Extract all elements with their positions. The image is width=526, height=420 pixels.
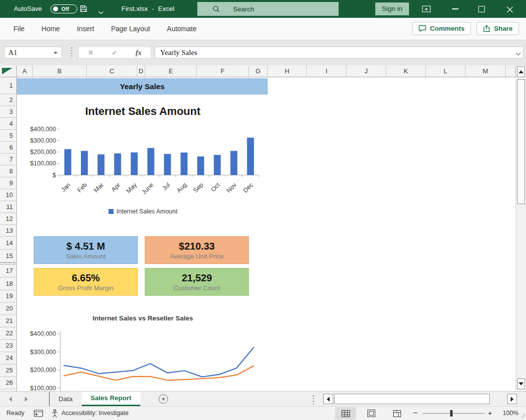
autosave-toggle[interactable]: Off [51, 4, 77, 13]
row-header-26[interactable]: 26 [0, 377, 17, 389]
row-header-8[interactable]: 8 [0, 165, 17, 177]
add-sheet-button[interactable]: + [159, 394, 168, 404]
column-header-g[interactable]: G [249, 65, 268, 77]
resize-grip[interactable] [521, 413, 526, 420]
scroll-up-button[interactable] [517, 66, 525, 77]
row-header-23[interactable]: 23 [0, 340, 17, 352]
row-header-17[interactable]: 17 [0, 264, 17, 277]
search-box[interactable]: Search [197, 2, 339, 16]
column-header-a[interactable]: A [17, 65, 33, 77]
zoom-in-button[interactable]: + [488, 409, 492, 417]
ribbon-tab-page-layout[interactable]: Page Layout [103, 18, 159, 40]
ribbon-display-options-icon[interactable] [422, 5, 431, 15]
formula-bar-resize-handle[interactable] [71, 47, 72, 56]
formula-buttons: ✕ ✓ fx [78, 47, 151, 58]
column-header-f[interactable]: F [197, 65, 249, 77]
row-header-24[interactable]: 24 [0, 352, 17, 365]
select-all-button[interactable] [0, 65, 17, 77]
bar-chart[interactable]: Internet Sales Amount$$100,000$200,000$3… [18, 97, 268, 226]
merged-cell-banner[interactable]: Yearly Sales [17, 78, 268, 95]
row-header-15[interactable]: 15 [0, 250, 17, 262]
row-header-22[interactable]: 22 [0, 327, 17, 340]
next-sheet-button[interactable] [25, 397, 28, 402]
column-header-b[interactable]: B [33, 65, 87, 77]
maximize-button[interactable] [478, 6, 485, 12]
row-header-11[interactable]: 11 [0, 201, 17, 213]
row-header-9[interactable]: 9 [0, 177, 17, 189]
row-header-10[interactable]: 10 [0, 189, 17, 201]
row-header-1[interactable]: 1 [0, 77, 17, 94]
ribbon-tab-file[interactable]: File [5, 18, 33, 40]
page-break-preview-button[interactable] [387, 407, 408, 420]
row-header-2[interactable]: 2 [0, 94, 17, 106]
row-header-3[interactable]: 3 [0, 106, 17, 118]
minimize-button[interactable] [452, 8, 459, 9]
cancel-button[interactable]: ✕ [88, 49, 94, 56]
zoom-slider-thumb[interactable] [450, 410, 453, 417]
enter-button[interactable]: ✓ [112, 49, 117, 56]
normal-view-button[interactable] [335, 407, 356, 420]
sheet-tab-data[interactable]: Data [50, 392, 82, 406]
column-header-m[interactable]: M [466, 65, 506, 77]
column-header-h[interactable]: H [268, 65, 307, 77]
scrollbar-resize-handle[interactable] [313, 395, 314, 405]
scroll-left-button[interactable] [323, 394, 333, 404]
row-header-6[interactable]: 6 [0, 142, 17, 154]
scroll-down-button[interactable] [517, 378, 525, 389]
kpi-card-sales-amount[interactable]: $ 4.51 MSales Amount [34, 236, 138, 264]
insert-function-button[interactable]: fx [135, 49, 141, 57]
vertical-scrollbar[interactable] [516, 65, 526, 391]
line-chart[interactable]: $100,000$200,000$300,000$400,000 [18, 324, 268, 391]
ribbon-tab-automate[interactable]: Automate [159, 18, 205, 40]
formula-bar-row: A1 ✕ ✓ fx Yearly Sales [0, 40, 526, 65]
kpi-card-average-unit-price[interactable]: $210.33Average Unit Price [145, 236, 249, 264]
column-header-i[interactable]: I [307, 65, 347, 77]
svg-text:$300,000: $300,000 [30, 137, 56, 144]
column-header-d[interactable]: D [137, 65, 145, 77]
accessibility-status[interactable]: Accessibility: Investigate [61, 410, 128, 417]
name-box-dropdown-icon[interactable] [54, 52, 58, 54]
row-header-19[interactable]: 19 [0, 290, 17, 303]
row-header-7[interactable]: 7 [0, 154, 17, 165]
row-header-20[interactable]: 20 [0, 303, 17, 315]
comments-button[interactable]: Comments [412, 22, 471, 35]
kpi-card-gross-profit-margin[interactable]: 6.65%Gross Profit Margin [34, 268, 138, 296]
previous-sheet-button[interactable] [9, 397, 12, 402]
page-layout-view-button[interactable] [361, 407, 382, 420]
save-icon[interactable] [79, 4, 88, 15]
row-header-21[interactable]: 21 [0, 315, 17, 327]
row-header-12[interactable]: 12 [0, 213, 17, 225]
column-header-j[interactable]: J [347, 65, 386, 77]
column-header-e[interactable]: E [145, 65, 197, 77]
formula-input[interactable]: Yearly Sales [155, 47, 524, 58]
close-button[interactable] [507, 6, 513, 15]
zoom-level[interactable]: 100% [498, 410, 519, 417]
zoom-out-button[interactable]: − [413, 409, 417, 418]
name-box[interactable]: A1 [4, 47, 62, 58]
column-header-k[interactable]: K [386, 65, 426, 77]
kpi-value: 21,529 [181, 272, 212, 284]
row-header-18[interactable]: 18 [0, 277, 17, 290]
quick-access-dropdown-icon[interactable] [98, 7, 104, 16]
ribbon-tab-home[interactable]: Home [33, 18, 68, 40]
sheet-tab-sales-report[interactable]: Sales Report [82, 392, 141, 406]
column-header-l[interactable]: L [426, 65, 466, 77]
sheet-area[interactable]: Yearly Sales Internet Sales Amount$$100,… [17, 77, 516, 391]
row-header-25[interactable]: 25 [0, 365, 17, 377]
vertical-scroll-thumb[interactable] [517, 79, 525, 204]
row-header-5[interactable]: 5 [0, 130, 17, 142]
scroll-right-button[interactable] [507, 394, 517, 404]
formula-bar-expand-icon[interactable] [516, 49, 521, 58]
row-header-13[interactable]: 13 [0, 225, 17, 237]
ribbon-tab-insert[interactable]: Insert [68, 18, 103, 40]
row-header-14[interactable]: 14 [0, 237, 17, 250]
macro-record-icon[interactable] [34, 410, 43, 419]
row-header-4[interactable]: 4 [0, 118, 17, 130]
share-button[interactable]: Share [476, 22, 519, 35]
sign-in-button[interactable]: Sign in [375, 2, 409, 15]
column-header-c[interactable]: C [87, 65, 137, 77]
kpi-card-customer-count[interactable]: 21,529Customer Count [145, 268, 249, 296]
horizontal-scroll-thumb[interactable] [334, 394, 490, 404]
zoom-slider-track[interactable] [422, 413, 485, 414]
comment-bubble-icon [418, 25, 426, 32]
